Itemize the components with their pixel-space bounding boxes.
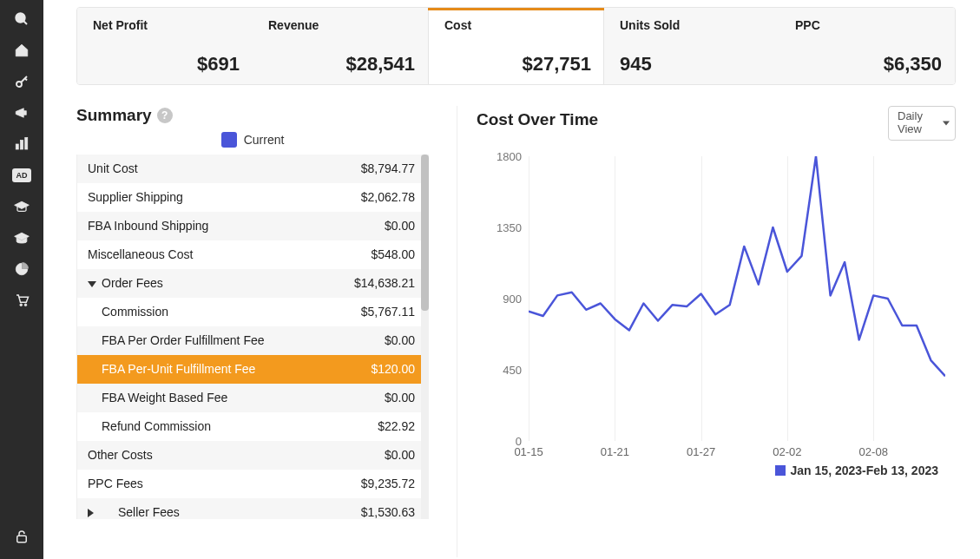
stat-net_profit[interactable]: Net Profit$691 — [77, 8, 253, 84]
triangle-down-icon — [88, 281, 96, 287]
summary-row-label: Refund Commission — [88, 419, 378, 433]
chart-panel: Cost Over Time Daily View Jan 15, 2023-F… — [457, 106, 956, 557]
summary-row-value: $0.00 — [385, 219, 415, 233]
chart-title: Cost Over Time — [477, 110, 598, 129]
stat-cost[interactable]: Cost$27,751 — [428, 8, 604, 84]
help-icon[interactable]: ? — [157, 108, 173, 123]
ad-icon: AD — [12, 168, 31, 182]
stat-label: PPC — [795, 18, 942, 32]
stat-ppc[interactable]: PPC$6,350 — [779, 8, 955, 84]
summary-row[interactable]: Miscellaneous Cost$548.00 — [77, 240, 429, 269]
nav-learn-1[interactable] — [0, 193, 43, 220]
summary-row-label: Commission — [88, 305, 361, 319]
chart-legend-swatch — [775, 465, 786, 476]
chart-legend-label: Jan 15, 2023-Feb 13, 2023 — [791, 464, 938, 477]
summary-row[interactable]: FBA Per Order Fulfillment Fee$0.00 — [77, 326, 429, 355]
summary-row-value: $2,062.78 — [361, 190, 415, 204]
svg-line-1 — [23, 21, 27, 24]
stat-value: $691 — [197, 53, 240, 76]
summary-row-value: $14,638.21 — [354, 276, 415, 290]
nav-reports[interactable] — [0, 255, 43, 283]
nav-lock[interactable] — [0, 523, 43, 550]
chart-series-line — [529, 156, 945, 376]
legend-swatch-current — [221, 132, 237, 148]
search-icon — [14, 11, 30, 27]
summary-row-label: Supplier Shipping — [88, 190, 361, 204]
stat-units_sold[interactable]: Units Sold945 — [604, 8, 779, 84]
summary-row[interactable]: Other Costs$0.00 — [77, 441, 429, 470]
summary-title-text: Summary — [76, 106, 152, 125]
scrollbar-thumb[interactable] — [421, 155, 429, 311]
summary-row-label: FBA Per-Unit Fulfillment Fee — [88, 362, 371, 376]
stat-label: Net Profit — [93, 18, 240, 32]
svg-line-4 — [25, 78, 27, 80]
summary-row-value: $22.92 — [378, 419, 415, 433]
summary-row[interactable]: FBA Inbound Shipping$0.00 — [77, 212, 429, 240]
pie-chart-icon — [14, 261, 30, 277]
summary-row-value: $548.00 — [371, 247, 415, 261]
summary-row[interactable]: Supplier Shipping$2,062.78 — [77, 183, 429, 212]
summary-row[interactable]: Commission$5,767.11 — [77, 298, 429, 326]
summary-legend: Current — [76, 132, 429, 148]
stat-value: $6,350 — [884, 53, 942, 76]
svg-point-10 — [24, 304, 27, 306]
stats-card: Net Profit$691Revenue$28,541Cost$27,751U… — [76, 7, 956, 85]
house-icon — [14, 43, 30, 58]
svg-point-2 — [16, 82, 22, 87]
chevron-down-icon — [943, 121, 950, 125]
chart-legend: Jan 15, 2023-Feb 13, 2023 — [775, 464, 938, 477]
summary-row-value: $8,794.77 — [361, 161, 415, 175]
svg-point-9 — [20, 304, 23, 306]
stat-label: Revenue — [268, 18, 415, 32]
nav-marketing[interactable] — [0, 99, 43, 127]
svg-rect-6 — [16, 144, 18, 149]
svg-rect-11 — [17, 536, 27, 543]
nav-learn-2[interactable] — [0, 224, 43, 252]
summary-row-value: $9,235.72 — [361, 477, 415, 490]
chart-area: Jan 15, 2023-Feb 13, 2023 04509001350180… — [477, 148, 956, 477]
key-icon — [14, 74, 30, 89]
summary-row-value: $5,767.11 — [361, 305, 415, 319]
sidebar: AD — [0, 0, 43, 559]
nav-analytics[interactable] — [0, 130, 43, 158]
summary-row-label: PPC Fees — [88, 477, 361, 490]
nav-cart[interactable] — [0, 286, 43, 314]
graduation-cap-filled-icon — [13, 231, 30, 245]
x-tick: 01-27 — [687, 445, 715, 458]
stat-revenue[interactable]: Revenue$28,541 — [253, 8, 428, 84]
x-tick: 02-08 — [859, 445, 888, 458]
line-chart-svg — [529, 156, 945, 441]
nav-keywords[interactable] — [0, 68, 43, 95]
summary-row-label: Seller Fees — [88, 505, 361, 519]
summary-row[interactable]: FBA Weight Based Fee$0.00 — [77, 384, 429, 412]
svg-rect-7 — [21, 141, 23, 150]
x-tick: 01-21 — [601, 445, 629, 458]
summary-row[interactable]: Order Fees$14,638.21 — [77, 269, 429, 298]
view-dropdown[interactable]: Daily View — [888, 106, 956, 141]
cart-icon — [14, 293, 30, 308]
nav-home[interactable] — [0, 36, 43, 64]
summary-row[interactable]: PPC Fees$9,235.72 — [77, 470, 429, 498]
nav-search[interactable] — [0, 5, 43, 33]
summary-row[interactable]: Unit Cost$8,794.77 — [77, 155, 429, 183]
summary-panel: Summary ? Current Unit Cost$8,794.77Supp… — [76, 106, 429, 557]
summary-row[interactable]: Refund Commission$22.92 — [77, 412, 429, 441]
summary-row-label: FBA Per Order Fulfillment Fee — [88, 333, 385, 347]
summary-row-value: $0.00 — [385, 391, 415, 404]
summary-row[interactable]: FBA Per-Unit Fulfillment Fee$120.00 — [77, 355, 429, 384]
summary-row[interactable]: Seller Fees$1,530.63 — [77, 498, 429, 519]
stat-label: Cost — [444, 18, 591, 32]
main-content: Net Profit$691Revenue$28,541Cost$27,751U… — [43, 0, 980, 559]
megaphone-icon — [14, 105, 30, 121]
svg-rect-5 — [23, 111, 26, 115]
view-dropdown-label: Daily View — [898, 110, 937, 136]
x-tick: 02-02 — [773, 445, 801, 458]
summary-row-value: $1,530.63 — [361, 505, 415, 519]
summary-table[interactable]: Unit Cost$8,794.77Supplier Shipping$2,06… — [77, 155, 429, 519]
legend-label-current: Current — [244, 133, 285, 147]
graduation-cap-icon — [13, 200, 30, 214]
nav-ads[interactable]: AD — [0, 161, 43, 189]
lock-icon — [14, 529, 30, 544]
summary-row-value: $0.00 — [385, 333, 415, 347]
summary-row-value: $120.00 — [371, 362, 415, 376]
